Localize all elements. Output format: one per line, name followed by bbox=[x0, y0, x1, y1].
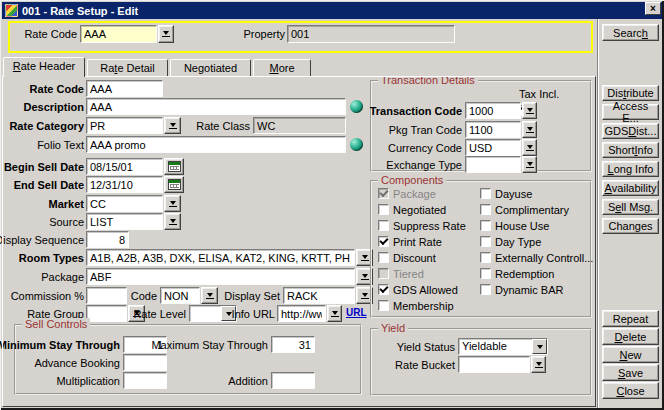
short-info-button[interactable]: Short Info bbox=[602, 142, 659, 158]
property-label: Property bbox=[243, 26, 285, 42]
titlebar: 001 - Rate Setup - Edit bbox=[2, 2, 662, 19]
header-rate-code-input[interactable] bbox=[80, 25, 157, 43]
access-exclusive-button[interactable]: Access E... bbox=[602, 104, 659, 120]
close-icon[interactable]: × bbox=[645, 2, 661, 15]
app-icon bbox=[5, 4, 18, 17]
header-rate-code-label: Rate Code bbox=[24, 26, 77, 42]
save-button[interactable]: Save bbox=[602, 364, 659, 381]
tab-negotiated[interactable]: Negotiated bbox=[170, 59, 251, 76]
sidebar-separator bbox=[597, 19, 599, 408]
long-info-button[interactable]: Long Info bbox=[602, 161, 659, 177]
dropdown-icon bbox=[162, 31, 170, 37]
repeat-button[interactable]: Repeat bbox=[602, 310, 659, 327]
search-button[interactable]: Search bbox=[602, 24, 659, 41]
distribute-button[interactable]: Distribute bbox=[602, 85, 659, 101]
delete-button[interactable]: Delete bbox=[602, 328, 659, 345]
tab-rate-header[interactable]: Rate Header bbox=[3, 57, 85, 77]
close-button[interactable]: Close bbox=[602, 382, 659, 399]
new-button[interactable]: New bbox=[602, 346, 659, 363]
window-title: 001 - Rate Setup - Edit bbox=[22, 5, 138, 17]
header-rate-code-dropdown-button[interactable] bbox=[158, 25, 174, 43]
changes-button[interactable]: Changes bbox=[602, 218, 659, 234]
rate-setup-window: 001 - Rate Setup - Edit × Rate Code Prop… bbox=[0, 0, 664, 410]
gds-distribution-button[interactable]: GDS Dist... bbox=[602, 123, 659, 139]
property-field bbox=[287, 25, 455, 43]
availability-button[interactable]: Availability bbox=[602, 180, 659, 196]
tab-rate-detail[interactable]: Rate Detail bbox=[87, 59, 168, 76]
sell-msg-button[interactable]: Sell Msg. bbox=[602, 199, 659, 215]
tab-more[interactable]: More bbox=[253, 59, 311, 76]
tab-content-panel bbox=[2, 76, 596, 407]
